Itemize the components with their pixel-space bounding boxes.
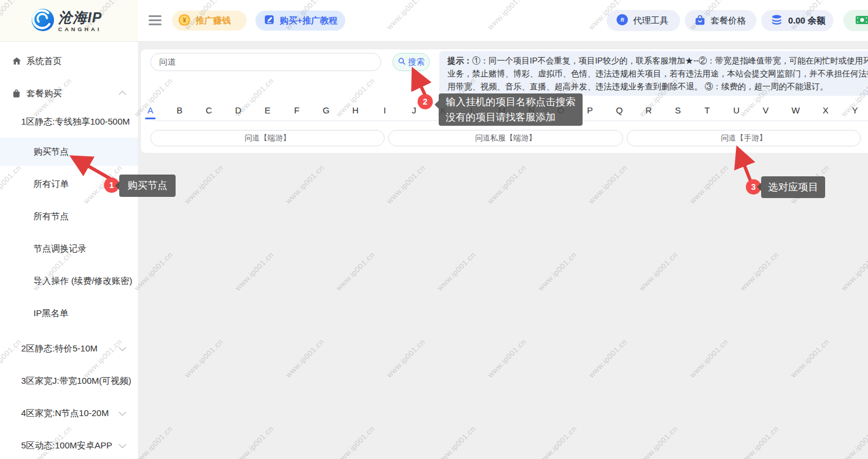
step-tooltip-2: 输入挂机的项目名称点击搜索 没有的项目请找客服添加 [439,93,583,126]
alphabet-letter[interactable]: T [704,105,711,115]
notice-line: 提示：①：同一个项目IP不会重复，项目IP较少的，联系客服增加★--②：带宽是指… [448,54,868,67]
sidebar-group-zone3[interactable]: 3区家宽J:带宽100M(可视频) [0,368,138,394]
app-window: 系统首页 套餐购买 1区静态:专线独享100-500M 购买节点 所有订单 所有… [0,0,868,459]
sidebar-item-label: 所有订单 [33,179,69,189]
search-icon [398,57,406,67]
buy-tutorial-label: 购买+推广教程 [280,15,338,26]
sidebar-item-label: 1区静态:专线独享100-500M [21,116,130,126]
sidebar-item-label: 节点调换记录 [33,243,86,253]
sidebar-item-package-buy[interactable]: 套餐购买 [0,81,138,106]
notice-box: 提示：①：同一个项目IP不会重复，项目IP较少的，联系客服增加★--②：带宽是指… [439,51,868,96]
promo-earn-label: 推广赚钱 [196,15,231,26]
notice-line: 业务，禁止赌博、博彩、虚拟币、色情、违法违规相关项目，若有违法用途，本站会提交网… [448,67,868,80]
project-button-wendao-private-pc[interactable]: 问道私服【端游】 [388,130,623,146]
alphabet-letter[interactable]: A [147,105,154,115]
sidebar-group-zone4[interactable]: 4区家宽:N节点10-20M [0,400,138,426]
package-price-label: 套餐价格 [711,15,746,26]
brand-logo-icon [31,8,55,34]
sidebar-item-ip-blacklist[interactable]: IP黑名单 [0,300,138,326]
alphabet-letter[interactable]: Y [852,105,859,115]
alphabet-letter[interactable]: P [587,105,594,115]
alphabet-letter[interactable]: S [674,105,681,115]
logo-area: 沧海IP CANGHAI [0,0,138,42]
search-input[interactable] [150,53,381,71]
sidebar-item-label: 所有节点 [33,211,69,221]
sidebar-item-label: 导入操作 (续费/修改账密) [33,276,132,286]
coin-icon: ¥ [178,14,191,28]
shopping-bag-icon [694,14,706,28]
svg-text:¥: ¥ [183,16,186,23]
bag-icon [12,89,21,98]
alphabet-letter[interactable]: B [176,105,183,115]
step-tooltip-3: 选对应项目 [761,176,825,198]
step-badge-2: 2 [418,94,433,109]
sidebar-item-label: 4区家宽:N节点10-20M [21,408,109,418]
document-pen-icon [264,14,275,27]
sidebar-item-label: 3区家宽J:带宽100M(可视频) [21,376,132,386]
top-navbar: ¥ 推广赚钱 购买+推广教程 ft 代理工具 套餐价格 [138,0,868,42]
sidebar-group-zone5[interactable]: 5区动态:100M安卓APP [0,433,138,458]
alphabet-letter[interactable]: F [293,105,300,115]
sidebar-item-import-ops[interactable]: 导入操作 (续费/修改账密) [0,268,138,294]
sidebar-item-label: 5区动态:100M安卓APP [21,440,112,450]
alphabet-letter[interactable]: Q [616,105,623,115]
buy-tutorial-button[interactable]: 购买+推广教程 [255,11,345,31]
hamburger-menu-icon[interactable] [149,15,162,25]
svg-text:ft: ft [620,17,624,23]
chevron-down-icon [119,441,126,448]
alphabet-letter[interactable]: V [762,105,769,115]
chevron-down-icon [119,408,126,416]
sidebar-item-home[interactable]: 系统首页 [0,48,138,74]
project-button-wendao-pc[interactable]: 问道【端游】 [150,130,385,146]
alphabet-letter[interactable]: R [645,105,652,115]
sidebar-item-node-swap-log[interactable]: 节点调换记录 [0,236,138,262]
home-icon [12,56,22,66]
sidebar-item-label: 套餐购买 [26,88,62,98]
sidebar: 系统首页 套餐购买 1区静态:专线独享100-500M 购买节点 所有订单 所有… [0,0,138,459]
step-tooltip-2-line1: 输入挂机的项目名称点击搜索 [446,95,576,110]
brand-subtitle: CANGHAI [58,26,102,32]
coins-stack-icon [771,14,783,28]
red-arrow-3 [739,153,751,181]
balance-button[interactable]: 0.00 余额 [761,10,833,31]
sidebar-item-label: 2区静态:特价5-10M [21,343,97,353]
sidebar-item-buy-node[interactable]: 购买节点 [0,138,138,166]
alphabet-letter[interactable]: U [733,105,740,115]
chevron-down-icon [119,344,126,351]
search-button-label: 搜索 [408,57,425,68]
balance-label: 0.00 余额 [788,15,825,26]
step-tooltip-2-line2: 没有的项目请找客服添加 [446,110,576,125]
alphabet-letter[interactable]: E [264,105,271,115]
package-price-button[interactable]: 套餐价格 [685,10,756,31]
agent-tools-label: 代理工具 [633,15,668,26]
alphabet-letter[interactable]: J [411,105,418,115]
alphabet-letter[interactable]: G [322,105,329,115]
alphabet-letter[interactable]: C [206,105,213,115]
brand-name: 沧海IP [58,11,102,25]
money-button[interactable] [843,10,868,31]
agent-tools-button[interactable]: ft 代理工具 [607,10,680,31]
step-tooltip-1: 购买节点 [119,175,176,197]
alphabet-letter[interactable]: W [792,105,800,115]
project-button-wendao-mobile[interactable]: 问道【手游】 [627,130,861,146]
sidebar-group-zone1[interactable]: 1区静态:专线独享100-500M [0,109,138,135]
sidebar-item-label: 购买节点 [33,146,69,156]
search-button[interactable]: 搜索 [392,53,430,71]
promo-earn-button[interactable]: ¥ 推广赚钱 [172,11,247,31]
alphabet-letter[interactable]: D [235,105,242,115]
notice-line: 用带宽、视频、音乐、直播、超高并发、违法违规业务查到删除不退。 ③：续费的，超一… [448,80,868,93]
alphabet-letter[interactable]: I [381,105,388,115]
banknote-icon [855,14,868,28]
ft-circle-icon: ft [616,14,628,28]
sidebar-item-label: 系统首页 [26,56,62,66]
sidebar-group-zone2[interactable]: 2区静态:特价5-10M [0,336,138,361]
chevron-up-icon [119,91,126,98]
sidebar-item-all-nodes[interactable]: 所有节点 [0,203,138,229]
sidebar-item-label: IP黑名单 [33,308,68,318]
alphabet-letter[interactable]: X [822,105,829,115]
alphabet-letter[interactable]: H [352,105,359,115]
